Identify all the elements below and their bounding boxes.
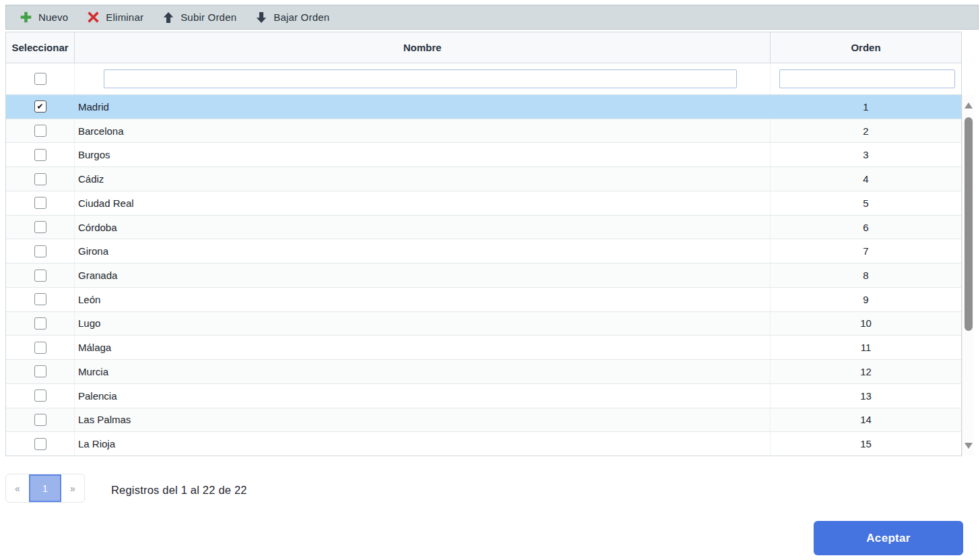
row-select-cell [6, 95, 75, 119]
table-row[interactable]: Cádiz 4 [6, 167, 961, 191]
table-row[interactable]: La Rioja 15 [6, 432, 961, 456]
row-name: Girona [75, 239, 771, 263]
row-orden: 15 [771, 432, 961, 456]
row-select-cell [6, 191, 75, 215]
row-select-cell [6, 263, 75, 287]
table-row[interactable]: Lugo 10 [6, 312, 961, 336]
grid-header: Seleccionar Nombre Orden [6, 32, 961, 63]
row-name: Barcelona [75, 119, 771, 143]
table-row[interactable]: Las Palmas 14 [6, 408, 961, 433]
column-header-seleccionar[interactable]: Seleccionar [6, 32, 75, 63]
table-row[interactable]: Madrid 1 [6, 95, 961, 119]
table-row[interactable]: Granada 8 [6, 263, 961, 288]
row-name: Lugo [75, 312, 771, 336]
row-select-cell [6, 288, 75, 311]
row-checkbox[interactable] [34, 100, 46, 113]
table-row[interactable]: Palencia 13 [6, 384, 961, 408]
filter-orden-cell [771, 63, 961, 94]
select-all-checkbox[interactable] [34, 73, 46, 85]
row-checkbox[interactable] [34, 390, 46, 402]
row-name: Córdoba [75, 216, 771, 239]
table-row[interactable]: León 9 [6, 288, 961, 312]
table-row[interactable]: Barcelona 2 [6, 119, 961, 144]
row-select-cell [6, 312, 75, 336]
row-name: Murcia [75, 360, 771, 383]
row-checkbox[interactable] [34, 414, 46, 426]
row-orden: 11 [771, 336, 961, 359]
scroll-down-button[interactable] [962, 439, 975, 452]
page-1-button[interactable]: 1 [29, 474, 61, 502]
table-row[interactable]: Burgos 3 [6, 143, 961, 167]
table-row[interactable]: Córdoba 6 [6, 216, 961, 240]
row-checkbox[interactable] [34, 365, 46, 377]
row-checkbox[interactable] [34, 245, 46, 257]
column-header-orden[interactable]: Orden [771, 32, 961, 63]
row-select-cell [6, 360, 75, 383]
row-select-cell [6, 432, 75, 456]
row-checkbox[interactable] [34, 270, 46, 282]
row-orden: 9 [771, 288, 961, 311]
row-orden: 2 [771, 119, 961, 143]
arrow-down-icon [255, 11, 267, 24]
row-orden: 13 [771, 384, 961, 408]
row-select-cell [6, 408, 75, 432]
row-checkbox[interactable] [34, 438, 46, 450]
subir-orden-button[interactable]: Subir Orden [153, 5, 246, 29]
row-orden: 3 [771, 143, 961, 166]
scrollbar-thumb[interactable] [965, 117, 973, 331]
prev-page-button[interactable]: « [6, 474, 29, 502]
filter-nombre-cell [75, 63, 771, 94]
orden-filter-input[interactable] [779, 69, 955, 88]
row-orden: 4 [771, 167, 961, 191]
nuevo-button-label: Nuevo [38, 11, 68, 23]
row-orden: 6 [771, 216, 961, 239]
records-summary: Registros del 1 al 22 de 22 [111, 484, 247, 497]
row-select-cell [6, 119, 75, 143]
x-icon [87, 11, 100, 24]
bajar-orden-button-label: Bajar Orden [273, 11, 329, 23]
next-page-button[interactable]: » [61, 474, 84, 502]
row-checkbox[interactable] [34, 197, 46, 209]
row-checkbox[interactable] [34, 125, 46, 137]
scroll-up-button[interactable] [962, 98, 975, 112]
row-orden: 7 [771, 239, 961, 263]
row-checkbox[interactable] [34, 221, 46, 233]
row-checkbox[interactable] [34, 173, 46, 185]
aceptar-button[interactable]: Aceptar [814, 521, 963, 555]
row-name: Málaga [75, 336, 771, 359]
row-name: Burgos [75, 143, 771, 166]
row-name: Ciudad Real [75, 191, 771, 215]
row-name: Palencia [75, 384, 771, 408]
column-header-nombre[interactable]: Nombre [75, 32, 771, 63]
filter-row [6, 63, 961, 95]
row-select-cell [6, 384, 75, 408]
row-orden: 5 [771, 191, 961, 215]
row-select-cell [6, 239, 75, 263]
row-checkbox[interactable] [34, 293, 46, 305]
table-row[interactable]: Ciudad Real 5 [6, 191, 961, 216]
table-row[interactable]: Girona 7 [6, 239, 961, 263]
row-select-cell [6, 143, 75, 166]
row-checkbox[interactable] [34, 317, 46, 330]
row-name: Cádiz [75, 167, 771, 191]
row-checkbox[interactable] [34, 149, 46, 161]
table-body: Madrid 1 Barcelona 2 Burgos 3 Cádiz 4 Ci… [6, 95, 961, 456]
row-checkbox[interactable] [34, 342, 46, 354]
vertical-scrollbar[interactable] [962, 95, 974, 456]
nuevo-button[interactable]: Nuevo [10, 5, 77, 29]
table-row[interactable]: Murcia 12 [6, 360, 961, 384]
eliminar-button[interactable]: Eliminar [77, 5, 153, 29]
nombre-filter-input[interactable] [104, 69, 737, 88]
table-row[interactable]: Málaga 11 [6, 336, 961, 360]
pagination: « 1 » [5, 474, 85, 503]
row-name: La Rioja [75, 432, 771, 456]
bajar-orden-button[interactable]: Bajar Orden [246, 5, 339, 29]
plus-icon [20, 11, 32, 24]
toolbar: Nuevo Eliminar Subir Orden Bajar Orden [5, 5, 979, 30]
row-select-cell [6, 167, 75, 191]
row-orden: 14 [771, 408, 961, 432]
row-select-cell [6, 336, 75, 359]
subir-orden-button-label: Subir Orden [181, 11, 236, 23]
arrow-up-icon [162, 11, 174, 24]
row-orden: 8 [771, 263, 961, 287]
